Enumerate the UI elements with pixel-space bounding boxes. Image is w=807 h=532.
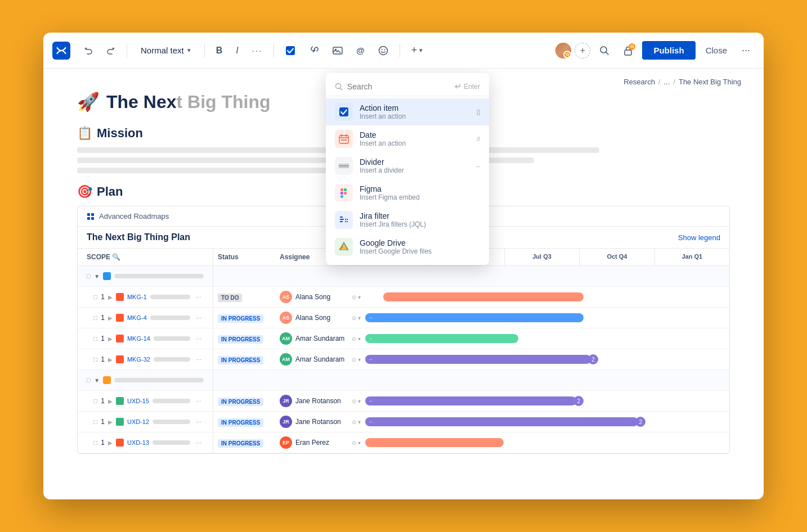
logo[interactable] [52,42,70,60]
svg-rect-20 [341,139,343,141]
row-more-button[interactable]: ··· [194,335,204,342]
gantt-bar-cell [365,287,729,307]
dropdown-item-date[interactable]: Date Insert an action // [326,125,489,152]
enter-hint: Enter [454,83,480,91]
google-drive-text: Google Drive Insert Google Drive files [360,238,480,255]
separator-2 [204,44,205,57]
roadmap-rows: □ ▼ [78,266,729,453]
row-more-button[interactable]: ··· [194,397,204,405]
badge-count: 2 [588,354,598,364]
table-row: □ 1 ▶ MKG-1 ··· TO DO [78,287,729,308]
more-format-button[interactable]: ··· [248,42,267,58]
add-collaborator-button[interactable]: + [575,43,590,58]
insert-dropdown-panel[interactable]: Enter Action item Insert an action [] [326,73,489,265]
table-row: □ 1 ▶ MKG-4 ··· IN PROGRESS [78,308,729,328]
row-data-mkg32: IN PROGRESS AM Amar Sundaram ⊙ ▾ ← [213,349,729,369]
date-shortcut: // [477,136,480,142]
close-button[interactable]: Close [700,42,733,58]
gantt-bar-cell: ← 2 [365,391,729,411]
issue-key: UXD-15 [127,398,149,404]
breadcrumb-research[interactable]: Research [624,78,655,86]
user-avatar: G [554,42,572,60]
assignee-avatar: AM [280,353,292,366]
badge-count: 2 [635,417,645,427]
figma-text: Figma Insert Figma embed [360,184,480,201]
text-format-arrow: ▾ [187,47,191,54]
emoji-button[interactable] [374,42,393,59]
jira-icon [335,211,353,229]
dropdown-item-jira-filter[interactable]: Jira filter Insert Jira filters (JQL) [326,206,489,233]
task-button[interactable] [281,42,300,59]
issue-key: UXD-13 [127,439,149,446]
assignee-avatar: JR [280,395,292,407]
assignee-avatar: JR [280,416,292,428]
title-emoji: 🚀 [77,91,100,112]
divider-text: Divider Insert a divider [360,157,480,174]
issue-title-bar [150,315,190,320]
show-legend-button[interactable]: Show legend [678,233,720,242]
separator-3 [274,44,274,57]
undo-button[interactable] [79,43,97,58]
row-more-button[interactable]: ··· [194,314,204,322]
gantt-bar: ← [365,334,518,343]
main-window: Normal text ▾ B I ··· @ + ▾ [43,33,764,499]
separator-4 [400,44,400,57]
dropdown-item-divider[interactable]: Divider Insert a divider -- [326,152,489,179]
roadmap-header-label: Advanced Roadmaps [99,212,169,220]
issue-title-bar [153,399,190,403]
date-text: Date Insert an action [360,130,480,147]
svg-rect-27 [340,192,343,195]
link-button[interactable] [304,42,324,59]
row-more-button[interactable]: ··· [194,293,204,301]
lock-button[interactable]: G [618,42,638,59]
svg-rect-22 [345,139,347,141]
issue-title-bar [153,440,190,445]
assignee-cell: AM Amar Sundaram ⊙ ▾ [275,351,365,368]
dropdown-item-google-drive[interactable]: Google Drive Insert Google Drive files [326,233,489,260]
svg-rect-36 [345,221,346,222]
gantt-bar: ← [365,313,584,322]
assignee-cell: AS Alana Song ⊙ ▾ [275,288,365,305]
dropdown-item-action-item[interactable]: Action item Insert an action [] [326,98,489,125]
action-item-title: Action item [360,103,480,112]
group-bar [114,378,204,382]
assignee-cell: JR Jane Rotanson ⊙ ▾ [275,393,365,409]
dropdown-search-input[interactable] [347,82,449,91]
gantt-bar-cell: ← [365,308,729,328]
svg-rect-9 [87,213,90,216]
svg-rect-37 [347,221,348,222]
text-format-label: Normal text [141,46,184,55]
issue-key: MKG-14 [127,335,150,342]
lock-notification-badge: G [629,43,635,50]
search-button[interactable] [595,42,614,59]
row-more-button[interactable]: ··· [194,439,204,447]
svg-rect-29 [344,188,347,191]
dropdown-item-figma[interactable]: Figma Insert Figma embed [326,179,489,206]
toolbar-right: G + G Publish Close ··· [554,41,755,60]
row-more-button[interactable]: ··· [194,355,204,363]
publish-button[interactable]: Publish [642,41,695,60]
issue-key: MKG-1 [127,294,147,300]
redo-button[interactable] [102,43,120,58]
row-scope-mkg4: □ 1 ▶ MKG-4 ··· [78,312,213,324]
italic-button[interactable]: I [231,42,243,59]
action-item-icon [335,103,353,121]
issue-type-icon [116,335,124,342]
gantt-bar-cell: ← 2 [365,412,729,432]
table-row: □ 1 ▶ MKG-14 ··· IN PROGRESS [78,328,729,349]
gantt-bar: ← [365,396,576,405]
row-content-group2 [213,370,729,390]
mention-button[interactable]: @ [352,42,369,58]
image-button[interactable] [328,42,347,59]
scope-search-icon[interactable]: 🔍 [112,253,120,261]
more-options-button[interactable]: ··· [737,41,755,60]
row-more-button[interactable]: ··· [194,418,204,426]
bold-button[interactable]: B [212,42,227,59]
insert-button[interactable]: + ▾ [407,41,428,60]
jira-title: Jira filter [360,211,480,220]
svg-rect-21 [343,139,345,141]
breadcrumb-ellipsis[interactable]: ... [663,78,670,86]
svg-point-5 [384,49,385,50]
text-format-dropdown[interactable]: Normal text ▾ [134,42,198,58]
table-row: □ ▼ [78,266,729,287]
